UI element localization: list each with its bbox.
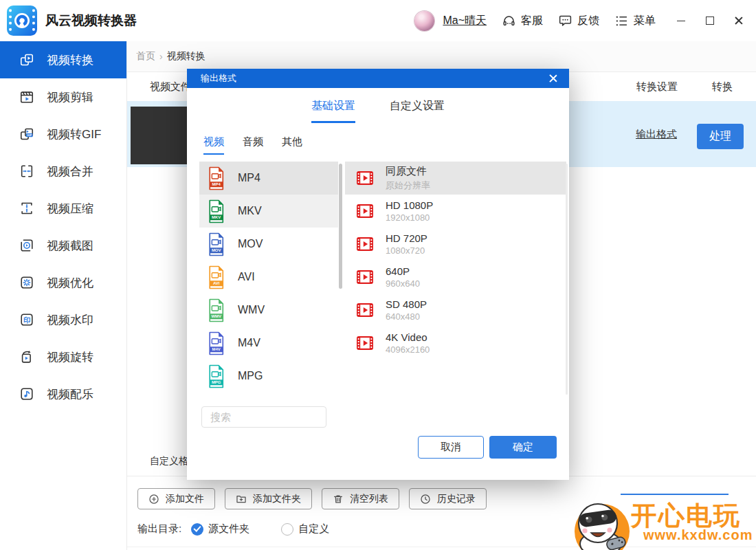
tab-custom-settings[interactable]: 自定义设置: [390, 99, 445, 123]
filmstrip-icon: [356, 202, 374, 220]
history-button[interactable]: 历史记录: [409, 488, 487, 509]
svg-text:MPG: MPG: [212, 380, 221, 384]
sidebar-item-video-compress[interactable]: 视频压缩: [0, 190, 126, 227]
resolution-item-720p[interactable]: HD 720P 1080x720: [345, 228, 566, 261]
radio-source-folder-label[interactable]: 源文件夹: [208, 522, 249, 536]
confirm-button[interactable]: 确定: [489, 436, 557, 459]
add-file-label: 添加文件: [166, 493, 204, 505]
sidebar-item-video-music[interactable]: 视频配乐: [0, 375, 126, 412]
svg-text:MP4: MP4: [212, 182, 221, 186]
svg-text:M4V: M4V: [212, 347, 221, 351]
video-thumbnail: [131, 107, 189, 164]
resolution-item-original[interactable]: 同原文件 原始分辨率: [345, 162, 566, 195]
feedback-bubble-icon: [558, 14, 572, 28]
sidebar-item-video-convert[interactable]: 视频转换: [0, 41, 126, 78]
close-button[interactable]: [729, 10, 749, 31]
app-window: 风云视频转换器 Ma~晴天 客服 反馈: [0, 0, 756, 550]
clock-icon: [420, 494, 431, 505]
resolution-name: HD 720P: [386, 232, 427, 244]
subtab-other[interactable]: 其他: [282, 135, 302, 155]
resolution-item-640p[interactable]: 640P 960x640: [345, 261, 566, 294]
cancel-button[interactable]: 取消: [418, 436, 484, 459]
resolution-list: 同原文件 原始分辨率 HD 1080P 1920x1080: [345, 162, 566, 360]
resolution-detail: 1920x1080: [386, 212, 433, 223]
dialog-close-icon[interactable]: [548, 74, 558, 83]
resolution-name: HD 1080P: [386, 199, 433, 211]
resolution-detail: 原始分辨率: [386, 179, 430, 192]
add-file-button[interactable]: 添加文件: [137, 488, 215, 509]
action-buttons-row: 添加文件 添加文件夹 清空列表 历史记录: [137, 488, 487, 509]
format-list-scrollbar[interactable]: [339, 164, 342, 289]
format-item-m4v[interactable]: M4V M4V: [199, 327, 338, 360]
history-label: 历史记录: [437, 493, 476, 505]
tab-basic-settings[interactable]: 基础设置: [311, 99, 355, 123]
sidebar-item-label: 视频压缩: [47, 201, 93, 217]
resolution-item-480p[interactable]: SD 480P 640x480: [345, 294, 566, 327]
format-item-mp4[interactable]: MP4 MP4: [199, 162, 338, 195]
format-item-avi[interactable]: AVI AVI: [199, 261, 338, 294]
sidebar-item-video-watermark[interactable]: 印 视频水印: [0, 301, 126, 338]
video-merge-icon: [19, 164, 34, 179]
video-optimize-icon: [19, 275, 34, 290]
add-folder-button[interactable]: 添加文件夹: [225, 488, 312, 509]
mov-file-icon: MOV: [206, 232, 226, 256]
menu-button[interactable]: 菜单: [614, 14, 656, 28]
resolution-item-4k[interactable]: 4K Video 4096x2160: [345, 327, 566, 360]
radio-custom[interactable]: [281, 523, 293, 536]
sidebar-item-video-optimize[interactable]: 视频优化: [0, 264, 126, 301]
user-name-link[interactable]: Ma~晴天: [443, 14, 487, 28]
resolution-list-scrollbar[interactable]: [566, 164, 568, 395]
sidebar-item-label: 视频旋转: [47, 349, 93, 365]
title-bar: 风云视频转换器 Ma~晴天 客服 反馈: [0, 0, 756, 41]
filmstrip-icon: [356, 268, 374, 286]
resolution-name: 同原文件: [386, 165, 430, 178]
format-item-mpg[interactable]: MPG MPG: [199, 360, 338, 393]
format-label: MPG: [238, 370, 263, 382]
format-label: MKV: [238, 205, 262, 217]
dialog-title: 输出格式: [201, 72, 236, 85]
divider: [127, 547, 756, 547]
filmstrip-icon: [356, 169, 374, 187]
subtab-audio[interactable]: 音频: [243, 135, 263, 155]
watermark-url: www.kxdw.com: [643, 527, 753, 543]
sidebar-item-video-merge[interactable]: 视频合并: [0, 153, 126, 190]
subtab-video[interactable]: 视频: [203, 135, 224, 155]
format-item-mov[interactable]: MOV MOV: [199, 228, 338, 261]
customer-service-label: 客服: [521, 14, 543, 28]
resolution-item-1080p[interactable]: HD 1080P 1920x1080: [345, 195, 566, 228]
customer-service-button[interactable]: 客服: [502, 14, 543, 28]
format-item-wmv[interactable]: WMV WMV: [199, 294, 338, 327]
breadcrumb-home[interactable]: 首页: [136, 50, 155, 63]
user-avatar[interactable]: [414, 11, 434, 31]
feedback-button[interactable]: 反馈: [558, 14, 599, 28]
video-compress-icon: [19, 201, 34, 216]
sidebar-item-video-clip[interactable]: 视频剪辑: [0, 78, 126, 116]
maximize-button[interactable]: [700, 10, 720, 31]
minimize-icon: [677, 21, 685, 21]
breadcrumb: 首页 › 视频转换: [127, 41, 756, 72]
svg-text:MOV: MOV: [212, 248, 221, 252]
maximize-icon: [706, 16, 714, 25]
video-music-icon: [19, 386, 34, 402]
headset-icon: [502, 14, 516, 28]
sidebar-item-video-rotate[interactable]: 视频旋转: [0, 338, 126, 375]
process-button[interactable]: 处理: [697, 124, 744, 149]
radio-custom-label[interactable]: 自定义: [298, 522, 329, 536]
sidebar-item-label: 视频水印: [47, 312, 93, 328]
resolution-detail: 1080x720: [386, 245, 427, 256]
folder-plus-icon: [236, 494, 247, 505]
output-format-link[interactable]: 输出格式: [636, 128, 677, 141]
format-label: MP4: [238, 172, 260, 184]
clear-list-button[interactable]: 清空列表: [322, 488, 399, 509]
minimize-button[interactable]: [671, 10, 691, 31]
radio-source-folder[interactable]: [191, 523, 203, 536]
clapperboard-icon: [19, 89, 34, 104]
resolution-detail: 960x640: [386, 278, 420, 289]
format-item-mkv[interactable]: MKV MKV: [199, 195, 338, 228]
sidebar-item-video-to-gif[interactable]: GIF 视频转GIF: [0, 116, 126, 153]
search-input[interactable]: [201, 406, 326, 428]
sidebar-item-video-screenshot[interactable]: 视频截图: [0, 227, 126, 264]
sidebar-item-label: 视频转GIF: [47, 126, 101, 142]
format-label: AVI: [238, 271, 255, 283]
watermark-title: 开心电玩: [631, 498, 741, 534]
